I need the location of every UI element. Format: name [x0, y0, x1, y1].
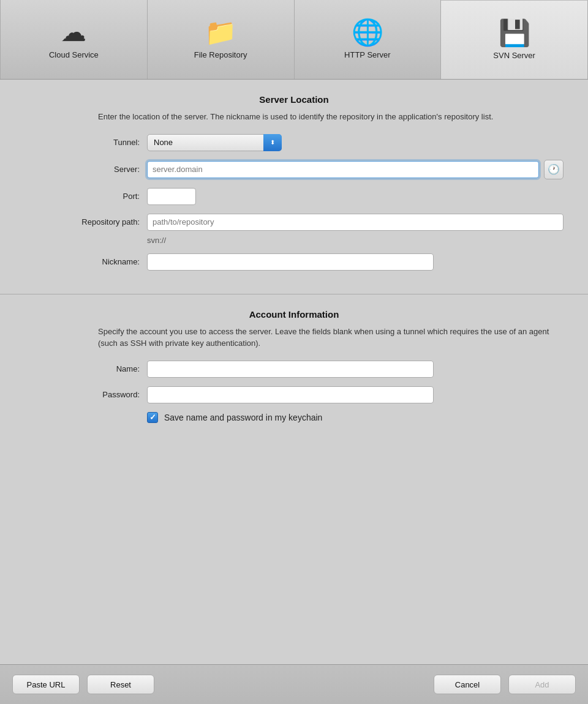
server-location-title: Server Location [24, 94, 564, 105]
port-row: Port: [24, 188, 564, 205]
port-control [147, 188, 564, 205]
account-information-description: Specify the account you use to access th… [24, 326, 564, 350]
repository-path-label: Repository path: [24, 217, 147, 227]
server-location-description: Enter the location of the server. The ni… [24, 111, 564, 123]
repository-path-control [147, 214, 564, 231]
cloud-icon: ☁ [61, 20, 86, 45]
tab-cloud-service[interactable]: ☁ Cloud Service [0, 0, 148, 79]
account-information-section: Account Information Specify the account … [0, 294, 588, 438]
server-label: Server: [24, 165, 147, 174]
password-input[interactable] [147, 386, 434, 403]
password-label: Password: [24, 390, 147, 399]
nickname-input[interactable] [147, 253, 434, 271]
tab-file-repository-label: File Repository [194, 50, 247, 59]
globe-icon: 🌐 [352, 20, 383, 45]
password-control [147, 386, 564, 403]
tab-svn-server[interactable]: 💾 SVN Server [441, 0, 588, 79]
save-keychain-label: Save name and password in my keychain [164, 413, 322, 422]
repository-path-row: Repository path: [24, 214, 564, 231]
name-row: Name: [24, 361, 564, 378]
server-location-section: Server Location Enter the location of th… [0, 80, 588, 294]
nickname-row: Nickname: [24, 253, 564, 271]
server-input[interactable] [147, 161, 539, 178]
tunnel-control: None SSH SSL ⬍ [147, 134, 564, 151]
server-input-row: 🕐 [147, 160, 564, 179]
folder-icon: 📁 [205, 20, 236, 45]
bottom-bar: Paste URL Reset Cancel Add [0, 664, 588, 704]
save-keychain-checkbox-wrapper[interactable] [147, 412, 158, 423]
tunnel-select[interactable]: None SSH SSL [147, 134, 282, 151]
main-content: Server Location Enter the location of th… [0, 80, 588, 664]
paste-url-button[interactable]: Paste URL [12, 675, 80, 694]
nickname-control [147, 253, 564, 271]
repository-path-input[interactable] [147, 214, 564, 231]
name-input[interactable] [147, 361, 434, 378]
tab-http-server-label: HTTP Server [344, 50, 391, 59]
save-keychain-row: Save name and password in my keychain [24, 412, 564, 423]
tab-cloud-service-label: Cloud Service [49, 50, 99, 59]
server-control: 🕐 [147, 160, 564, 179]
tab-file-repository[interactable]: 📁 File Repository [148, 0, 295, 79]
history-button[interactable]: 🕐 [544, 160, 564, 179]
port-input[interactable] [147, 188, 196, 205]
password-row: Password: [24, 386, 564, 403]
add-button[interactable]: Add [508, 675, 576, 694]
tunnel-select-wrapper[interactable]: None SSH SSL ⬍ [147, 134, 282, 151]
tab-http-server[interactable]: 🌐 HTTP Server [295, 0, 442, 79]
tunnel-label: Tunnel: [24, 138, 147, 147]
server-icon: 💾 [499, 20, 530, 46]
tunnel-row: Tunnel: None SSH SSL ⬍ [24, 134, 564, 151]
name-label: Name: [24, 364, 147, 373]
nickname-label: Nickname: [24, 257, 147, 266]
account-information-title: Account Information [24, 309, 564, 320]
name-control [147, 361, 564, 378]
cancel-button[interactable]: Cancel [434, 675, 501, 694]
tab-bar: ☁ Cloud Service 📁 File Repository 🌐 HTTP… [0, 0, 588, 80]
server-row: Server: 🕐 [24, 160, 564, 179]
tab-svn-server-label: SVN Server [493, 51, 535, 60]
port-label: Port: [24, 192, 147, 201]
clock-icon: 🕐 [548, 163, 560, 175]
url-hint: svn:// [24, 236, 564, 245]
reset-button[interactable]: Reset [87, 675, 154, 694]
